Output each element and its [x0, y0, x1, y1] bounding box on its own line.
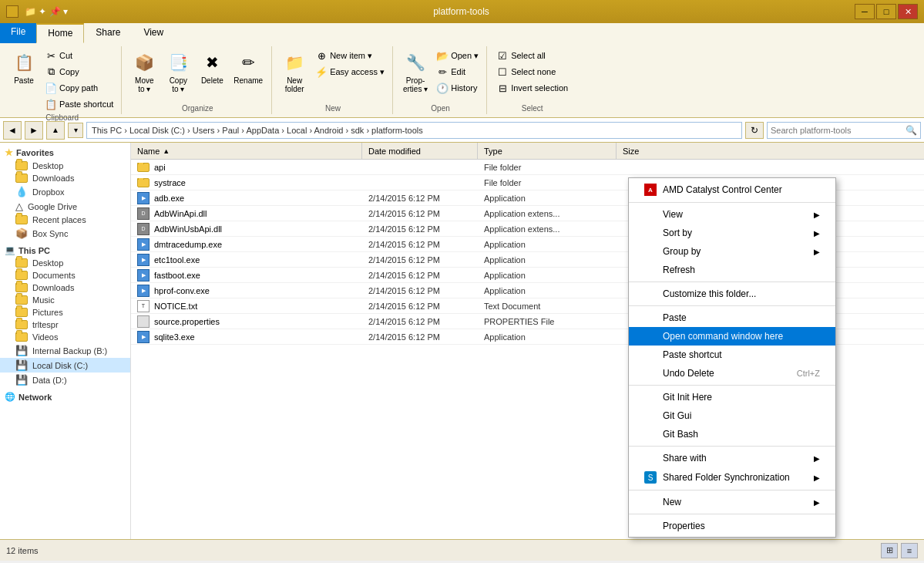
col-type-header[interactable]: Type: [478, 143, 617, 159]
context-menu-item[interactable]: Refresh: [629, 261, 835, 279]
context-menu-item[interactable]: Sort by ▶: [629, 224, 835, 242]
context-menu-item[interactable]: A AMD Catalyst Control Center: [629, 180, 835, 200]
open-button[interactable]: 📂 Open ▾: [433, 48, 482, 63]
context-menu-item[interactable]: S Shared Folder Synchronization ▶: [629, 467, 835, 487]
paste-button[interactable]: 📋 Paste: [8, 48, 40, 87]
context-menu-item[interactable]: Git Init Here: [629, 388, 835, 406]
properties-button[interactable]: 🔧 Prop-erties ▾: [399, 48, 432, 96]
sidebar-item-desktop-pc[interactable]: Desktop: [0, 257, 130, 269]
context-menu-item[interactable]: Group by ▶: [629, 242, 835, 261]
sidebar-item-music[interactable]: Music: [0, 294, 130, 306]
back-button[interactable]: ◄: [3, 121, 22, 140]
sidebar-item-label: Data (D:): [32, 376, 67, 385]
search-box[interactable]: 🔍: [767, 122, 921, 139]
easy-access-button[interactable]: ⚡ Easy access ▾: [312, 64, 388, 79]
col-date-header[interactable]: Date modified: [362, 143, 478, 159]
submenu-arrow: ▶: [814, 498, 820, 507]
context-menu-item[interactable]: Git Gui: [629, 406, 835, 425]
submenu-arrow: ▶: [814, 229, 820, 238]
list-view-button[interactable]: ≡: [901, 543, 918, 558]
sidebar-item-localdisk-c[interactable]: 💾 Local Disk (C:): [0, 358, 130, 373]
col-size-header[interactable]: Size: [617, 143, 678, 159]
sidebar-item-downloads-pc[interactable]: Downloads: [0, 282, 130, 294]
context-menu-item[interactable]: Properties: [629, 517, 835, 535]
recent-button[interactable]: ▾: [68, 123, 83, 138]
maximize-button[interactable]: □: [876, 4, 896, 19]
delete-button[interactable]: ✖ Delete: [196, 48, 228, 87]
sidebar-item-trltespr[interactable]: trltespr: [0, 319, 130, 331]
move-to-button[interactable]: 📦 Moveto ▾: [128, 48, 160, 96]
select-all-button[interactable]: ☑ Select all: [493, 48, 571, 63]
select-all-label: Select all: [511, 51, 546, 60]
tab-share[interactable]: Share: [84, 23, 132, 43]
col-name-header[interactable]: Name ▲: [131, 143, 362, 159]
edit-button[interactable]: ✏ Edit: [433, 64, 482, 79]
ctx-item-right: ▶: [814, 453, 820, 464]
context-menu-item[interactable]: View ▶: [629, 205, 835, 224]
select-none-button[interactable]: ☐ Select none: [493, 64, 571, 79]
sidebar-item-googledrive[interactable]: △ Google Drive: [0, 199, 130, 214]
tab-view[interactable]: View: [132, 23, 175, 43]
sidebar-item-backup-b[interactable]: 💾 Internal Backup (B:): [0, 343, 130, 358]
sidebar-item-downloads-fav[interactable]: Downloads: [0, 172, 130, 184]
context-menu-item[interactable]: Paste shortcut: [629, 346, 835, 364]
close-button[interactable]: ✕: [898, 4, 918, 19]
delete-label: Delete: [201, 76, 223, 85]
tab-file[interactable]: File: [0, 23, 36, 43]
address-path[interactable]: This PC › Local Disk (C:) › Users › Paul…: [86, 122, 742, 139]
delete-icon: ✖: [200, 50, 224, 75]
sidebar-item-desktop-fav[interactable]: Desktop: [0, 160, 130, 172]
cut-button[interactable]: ✂ Cut: [42, 48, 116, 63]
sidebar-item-documents[interactable]: Documents: [0, 269, 130, 282]
copy-button[interactable]: ⧉ Copy: [42, 64, 116, 79]
copy-to-button[interactable]: 📑 Copyto ▾: [162, 48, 194, 96]
minimize-button[interactable]: ─: [855, 4, 875, 19]
ctx-item-left: Git Gui: [644, 410, 691, 421]
file-type: Application extens...: [478, 209, 617, 218]
paste-shortcut-button[interactable]: 📋 Paste shortcut: [42, 96, 116, 112]
file-type: Application: [478, 240, 617, 249]
sidebar-item-data-d[interactable]: 💾 Data (D:): [0, 373, 130, 387]
tab-home[interactable]: Home: [36, 23, 84, 43]
item-count: 12 items: [6, 546, 39, 555]
ctx-item-left: Undo Delete: [644, 368, 714, 379]
window-controls: ─ □ ✕: [855, 4, 918, 19]
details-view-button[interactable]: ⊞: [881, 543, 898, 558]
network-header[interactable]: 🌐 Network: [0, 390, 130, 403]
sidebar-item-videos[interactable]: Videos: [0, 331, 130, 343]
ctx-item-label: Customize this folder...: [663, 288, 756, 299]
file-name-text: etc1tool.exe: [154, 255, 200, 265]
history-button[interactable]: 🕐 History: [433, 80, 482, 96]
move-to-icon: 📦: [132, 50, 156, 75]
cut-label: Cut: [59, 51, 72, 60]
context-menu-item[interactable]: Paste: [629, 308, 835, 327]
sidebar-item-recentplaces[interactable]: Recent places: [0, 214, 130, 226]
thispc-header[interactable]: 💻 This PC: [0, 244, 130, 257]
refresh-button[interactable]: ↻: [745, 122, 764, 139]
copy-path-button[interactable]: 📄 Copy path: [42, 80, 116, 96]
network-label: Network: [18, 393, 52, 402]
ctx-item-label: Undo Delete: [663, 368, 714, 379]
invert-selection-button[interactable]: ⊟ Invert selection: [493, 80, 571, 96]
search-input[interactable]: [771, 126, 906, 135]
new-folder-button[interactable]: 📁 Newfolder: [278, 48, 311, 96]
context-menu-item[interactable]: Share with ▶: [629, 449, 835, 467]
open-group: 🔧 Prop-erties ▾ 📂 Open ▾ ✏ Edit 🕐 Histor…: [395, 46, 487, 114]
context-menu-item[interactable]: Git Bash: [629, 425, 835, 443]
context-menu-item[interactable]: Undo Delete Ctrl+Z: [629, 364, 835, 383]
new-item-button[interactable]: ⊕ New item ▾: [312, 48, 388, 63]
copy-to-label: Copyto ▾: [170, 76, 187, 93]
rename-button[interactable]: ✏ Rename: [230, 48, 267, 87]
col-date-label: Date modified: [368, 147, 421, 156]
sidebar-item-boxsync[interactable]: 📦 Box Sync: [0, 226, 130, 241]
favorites-header[interactable]: ★ Favorites: [0, 146, 130, 160]
sidebar-item-dropbox[interactable]: 💧 Dropbox: [0, 184, 130, 199]
sidebar-item-pictures[interactable]: Pictures: [0, 306, 130, 319]
context-menu-item[interactable]: Customize this folder...: [629, 285, 835, 303]
up-button[interactable]: ▲: [46, 121, 65, 140]
table-row[interactable]: api File folder: [131, 160, 924, 175]
copy-path-label: Copy path: [59, 83, 98, 93]
context-menu-item[interactable]: Open command window here: [629, 327, 835, 346]
context-menu-item[interactable]: New ▶: [629, 493, 835, 511]
forward-button[interactable]: ►: [25, 121, 43, 140]
